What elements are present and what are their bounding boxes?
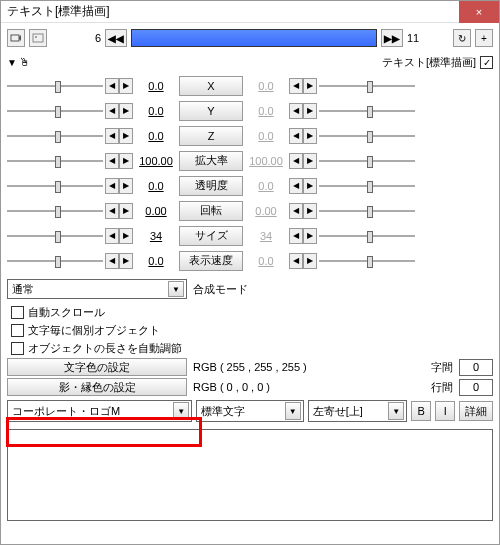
- spinner-left[interactable]: ◀▶: [105, 178, 133, 194]
- check-row: オブジェクトの長さを自動調節: [1, 339, 499, 357]
- slider-left[interactable]: [7, 78, 103, 94]
- value-right[interactable]: 0.0: [245, 80, 287, 92]
- spacing-label: 字間: [431, 360, 453, 375]
- image-icon[interactable]: [29, 29, 47, 47]
- titlebar: テキスト[標準描画] ×: [1, 1, 499, 23]
- spinner-right[interactable]: ◀▶: [289, 78, 317, 94]
- timeline-slider[interactable]: [131, 29, 377, 47]
- detail-button[interactable]: 詳細: [459, 401, 493, 421]
- slider-right[interactable]: [319, 203, 415, 219]
- value-left[interactable]: 0.0: [135, 255, 177, 267]
- close-button[interactable]: ×: [459, 1, 499, 23]
- spinner-left[interactable]: ◀▶: [105, 78, 133, 94]
- blend-value: 通常: [12, 282, 34, 297]
- blend-combo[interactable]: 通常 ▼: [7, 279, 187, 299]
- param-name-button[interactable]: Y: [179, 101, 243, 121]
- slider-left[interactable]: [7, 203, 103, 219]
- chevron-down-icon[interactable]: ▼: [285, 402, 301, 420]
- camera-icon[interactable]: [7, 29, 25, 47]
- prev-button[interactable]: ◀◀: [105, 29, 127, 47]
- font-combo[interactable]: コーポレート・ロゴM ▼: [7, 400, 192, 422]
- value-right[interactable]: 0.0: [245, 180, 287, 192]
- line-input[interactable]: [459, 379, 493, 396]
- slider-left[interactable]: [7, 128, 103, 144]
- value-left[interactable]: 0.0: [135, 105, 177, 117]
- value-left[interactable]: 100.00: [135, 155, 177, 167]
- spinner-left[interactable]: ◀▶: [105, 103, 133, 119]
- param-name-button[interactable]: 表示速度: [179, 251, 243, 271]
- blend-label: 合成モード: [193, 282, 248, 297]
- checkbox[interactable]: [11, 324, 24, 337]
- param-name-button[interactable]: 回転: [179, 201, 243, 221]
- refresh-icon[interactable]: ↻: [453, 29, 471, 47]
- value-right[interactable]: 100.00: [245, 155, 287, 167]
- spacing-input[interactable]: [459, 359, 493, 376]
- text-input-area[interactable]: [7, 429, 493, 521]
- frame-end: 11: [407, 32, 427, 44]
- param-row-サイズ: ◀▶34サイズ34◀▶: [7, 223, 493, 248]
- parameter-panel: ◀▶0.0X0.0◀▶◀▶0.0Y0.0◀▶◀▶0.0Z0.0◀▶◀▶100.0…: [1, 71, 499, 275]
- slider-right[interactable]: [319, 153, 415, 169]
- slider-left[interactable]: [7, 103, 103, 119]
- align-combo[interactable]: 左寄せ[上] ▼: [308, 400, 408, 422]
- spinner-left[interactable]: ◀▶: [105, 153, 133, 169]
- add-button[interactable]: +: [475, 29, 493, 47]
- slider-right[interactable]: [319, 78, 415, 94]
- value-right[interactable]: 0.0: [245, 130, 287, 142]
- section-checkbox[interactable]: [480, 56, 493, 69]
- value-left[interactable]: 0.00: [135, 205, 177, 217]
- slider-right[interactable]: [319, 178, 415, 194]
- spinner-left[interactable]: ◀▶: [105, 253, 133, 269]
- spinner-right[interactable]: ◀▶: [289, 228, 317, 244]
- chevron-down-icon[interactable]: ▼: [388, 402, 404, 420]
- spinner-left[interactable]: ◀▶: [105, 128, 133, 144]
- slider-right[interactable]: [319, 228, 415, 244]
- value-left[interactable]: 0.0: [135, 80, 177, 92]
- next-button[interactable]: ▶▶: [381, 29, 403, 47]
- checkbox[interactable]: [11, 342, 24, 355]
- spinner-left[interactable]: ◀▶: [105, 203, 133, 219]
- spinner-right[interactable]: ◀▶: [289, 203, 317, 219]
- spinner-left[interactable]: ◀▶: [105, 228, 133, 244]
- param-row-表示速度: ◀▶0.0表示速度0.0◀▶: [7, 248, 493, 273]
- value-left[interactable]: 0.0: [135, 130, 177, 142]
- style-combo[interactable]: 標準文字 ▼: [196, 400, 304, 422]
- param-name-button[interactable]: サイズ: [179, 226, 243, 246]
- chevron-down-icon[interactable]: ▼: [173, 402, 189, 420]
- value-left[interactable]: 34: [135, 230, 177, 242]
- value-right[interactable]: 0.0: [245, 105, 287, 117]
- value-left[interactable]: 0.0: [135, 180, 177, 192]
- spinner-right[interactable]: ◀▶: [289, 178, 317, 194]
- checkbox[interactable]: [11, 306, 24, 319]
- spinner-right[interactable]: ◀▶: [289, 103, 317, 119]
- param-name-button[interactable]: Z: [179, 126, 243, 146]
- italic-button[interactable]: I: [435, 401, 455, 421]
- param-name-button[interactable]: X: [179, 76, 243, 96]
- value-right[interactable]: 0.00: [245, 205, 287, 217]
- spinner-right[interactable]: ◀▶: [289, 253, 317, 269]
- value-right[interactable]: 34: [245, 230, 287, 242]
- value-right[interactable]: 0.0: [245, 255, 287, 267]
- spinner-right[interactable]: ◀▶: [289, 128, 317, 144]
- chevron-down-icon[interactable]: ▼: [168, 281, 184, 297]
- svg-point-2: [35, 36, 37, 38]
- param-name-button[interactable]: 透明度: [179, 176, 243, 196]
- style-value: 標準文字: [201, 404, 245, 419]
- bold-button[interactable]: B: [411, 401, 431, 421]
- slider-right[interactable]: [319, 253, 415, 269]
- text-color-button[interactable]: 文字色の設定: [7, 358, 187, 376]
- check-label: オブジェクトの長さを自動調節: [28, 341, 182, 356]
- slider-left[interactable]: [7, 253, 103, 269]
- slider-left[interactable]: [7, 228, 103, 244]
- slider-right[interactable]: [319, 128, 415, 144]
- param-row-X: ◀▶0.0X0.0◀▶: [7, 73, 493, 98]
- edge-color-button[interactable]: 影・縁色の設定: [7, 378, 187, 396]
- param-name-button[interactable]: 拡大率: [179, 151, 243, 171]
- collapse-icon[interactable]: ▼: [7, 57, 17, 68]
- line-label: 行間: [431, 380, 453, 395]
- slider-left[interactable]: [7, 153, 103, 169]
- slider-left[interactable]: [7, 178, 103, 194]
- slider-right[interactable]: [319, 103, 415, 119]
- svg-rect-1: [33, 34, 43, 42]
- spinner-right[interactable]: ◀▶: [289, 153, 317, 169]
